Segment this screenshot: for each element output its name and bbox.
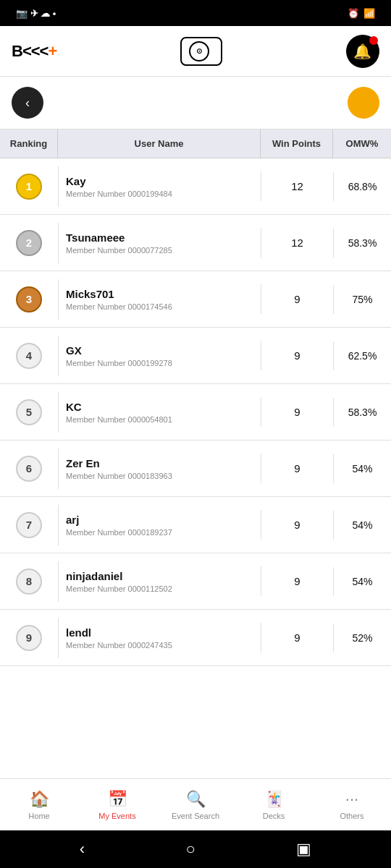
rank-badge: 6	[16, 456, 42, 482]
bottom-nav: 🏠 Home 📅 My Events 🔍 Event Search 🃏 Deck…	[0, 778, 391, 830]
alarm-icon: ⏰	[348, 8, 359, 19]
signal-icon: 📶	[363, 8, 375, 19]
col-username: User Name	[58, 129, 261, 158]
win-points-cell: 9	[261, 454, 333, 483]
rank-badge: 8	[16, 569, 42, 595]
win-points-cell: 12	[261, 228, 333, 258]
col-winpoints: Win Points	[261, 129, 333, 158]
status-bar: 📷 ✈ ☁ • ⏰ 📶	[0, 0, 391, 26]
rank-cell: 7	[0, 503, 58, 547]
nav-item-event-search[interactable]: 🔍 Event Search	[156, 779, 235, 830]
op-circle-icon: ⊙	[189, 41, 209, 61]
user-name: KC	[66, 401, 253, 413]
back-button[interactable]: ‹	[12, 87, 43, 119]
omw-cell: 75%	[333, 285, 391, 314]
one-piece-logo: ⊙	[180, 37, 222, 66]
bcc-logo: B<<<+	[12, 42, 56, 61]
page-header: ‹	[0, 77, 391, 129]
android-nav-bar: ‹ ○ ▣	[0, 830, 391, 868]
rank-badge: 4	[16, 343, 42, 369]
home-nav-icon: 🏠	[30, 790, 49, 809]
android-back-button[interactable]: ‹	[80, 840, 85, 859]
status-right: ⏰ 📶	[348, 8, 379, 19]
table-header: Ranking User Name Win Points OMW%	[0, 129, 391, 158]
member-number: Member Number 0000189237	[66, 528, 253, 537]
rank-cell: 6	[0, 447, 58, 490]
rank-badge: 5	[16, 399, 42, 425]
member-number: Member Number 0000077285	[66, 246, 253, 255]
user-cell: Tsunameee Member Number 0000077285	[58, 223, 261, 263]
win-points-cell: 12	[261, 171, 333, 201]
app-header: B<<<+ ⊙ 🔔	[0, 26, 391, 77]
decks-nav-label: Decks	[263, 812, 285, 820]
omw-cell: 54%	[333, 454, 391, 483]
nav-item-my-events[interactable]: 📅 My Events	[78, 779, 156, 830]
user-cell: KC Member Number 0000054801	[58, 392, 261, 433]
info-button[interactable]	[348, 87, 379, 119]
omw-cell: 54%	[333, 567, 391, 596]
win-points-cell: 9	[261, 510, 333, 540]
table-row: 2 Tsunameee Member Number 0000077285 12 …	[0, 215, 391, 271]
user-cell: lendl Member Number 0000247435	[58, 618, 261, 658]
user-name: ninjadaniel	[66, 570, 253, 582]
user-cell: GX Member Number 0000199278	[58, 336, 261, 376]
user-cell: ninjadaniel Member Number 0000112502	[58, 561, 261, 602]
user-name: Kay	[66, 175, 253, 187]
user-name: Micks701	[66, 288, 253, 300]
back-arrow-icon: ‹	[25, 95, 30, 111]
win-points-cell: 9	[261, 284, 333, 314]
table-row: 3 Micks701 Member Number 0000174546 9 75…	[0, 271, 391, 328]
omw-cell: 68.8%	[333, 172, 391, 201]
member-number: Member Number 0000199278	[66, 359, 253, 367]
rank-badge: 1	[16, 174, 42, 200]
table-row: 9 lendl Member Number 0000247435 9 52%	[0, 610, 391, 666]
home-nav-label: Home	[28, 812, 49, 820]
android-home-button[interactable]: ○	[186, 840, 196, 859]
user-cell: Zer En Member Number 0000183963	[58, 448, 261, 489]
table-row: 6 Zer En Member Number 0000183963 9 54%	[0, 441, 391, 497]
others-nav-icon: ···	[345, 790, 358, 809]
rank-cell: 3	[0, 278, 58, 321]
status-icons: 📷 ✈ ☁ •	[16, 8, 56, 19]
rank-cell: 9	[0, 616, 58, 660]
event-search-nav-label: Event Search	[172, 812, 219, 820]
col-omw: OMW%	[333, 129, 391, 158]
omw-cell: 52%	[333, 624, 391, 652]
member-number: Member Number 0000112502	[66, 584, 253, 593]
table-row: 4 GX Member Number 0000199278 9 62.5%	[0, 328, 391, 384]
decks-nav-icon: 🃏	[264, 790, 284, 809]
notification-badge	[369, 36, 378, 45]
user-name: GX	[66, 344, 253, 357]
rank-cell: 4	[0, 334, 58, 378]
user-cell: Micks701 Member Number 0000174546	[58, 279, 261, 320]
rank-cell: 8	[0, 560, 58, 603]
user-name: arj	[66, 514, 253, 526]
table-row: 1 Kay Member Number 0000199484 12 68.8%	[0, 158, 391, 215]
table-body: 1 Kay Member Number 0000199484 12 68.8% …	[0, 158, 391, 666]
nav-item-home[interactable]: 🏠 Home	[0, 779, 78, 830]
win-points-cell: 9	[261, 397, 333, 427]
member-number: Member Number 0000054801	[66, 415, 253, 424]
omw-cell: 58.3%	[333, 398, 391, 427]
rank-badge: 3	[16, 286, 42, 312]
member-number: Member Number 0000183963	[66, 472, 253, 480]
user-cell: Kay Member Number 0000199484	[58, 166, 261, 207]
nav-item-decks[interactable]: 🃏 Decks	[235, 779, 313, 830]
notification-button[interactable]: 🔔	[346, 35, 379, 68]
my-events-nav-icon: 📅	[108, 790, 127, 809]
rank-cell: 2	[0, 221, 58, 265]
others-nav-label: Others	[340, 812, 363, 820]
win-points-cell: 9	[261, 341, 333, 370]
member-number: Member Number 0000247435	[66, 641, 253, 650]
table-row: 8 ninjadaniel Member Number 0000112502 9…	[0, 553, 391, 610]
android-recents-button[interactable]: ▣	[296, 840, 311, 859]
bell-icon: 🔔	[353, 43, 371, 60]
my-events-nav-label: My Events	[98, 812, 135, 820]
omw-cell: 62.5%	[333, 341, 391, 370]
ranking-table: Ranking User Name Win Points OMW% 1 Kay …	[0, 129, 391, 778]
omw-cell: 54%	[333, 511, 391, 540]
table-row: 5 KC Member Number 0000054801 9 58.3%	[0, 384, 391, 441]
nav-item-others[interactable]: ··· Others	[313, 779, 391, 830]
omw-cell: 58.3%	[333, 229, 391, 258]
win-points-cell: 9	[261, 623, 333, 652]
